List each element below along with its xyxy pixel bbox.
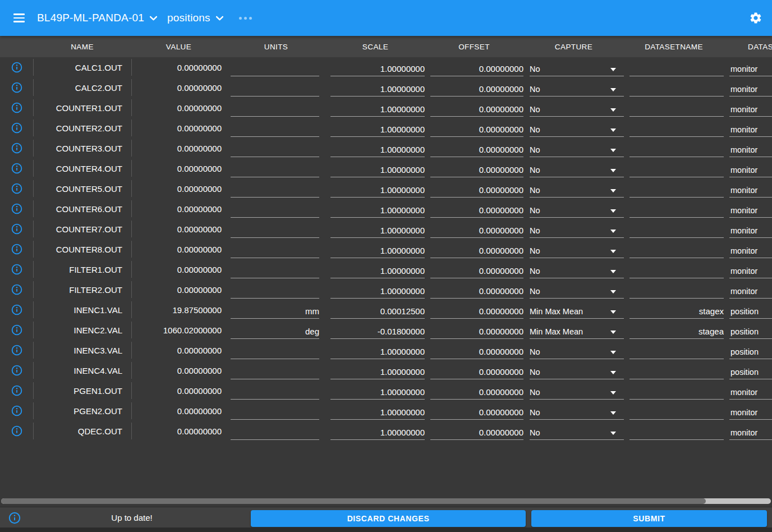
units-input[interactable] — [231, 405, 319, 420]
capture-select[interactable]: No — [530, 82, 624, 97]
scale-input[interactable]: 1.00000000 — [330, 82, 425, 97]
offset-input[interactable]: 0.00000000 — [430, 102, 523, 117]
capture-select[interactable]: No — [530, 244, 624, 258]
scale-input[interactable]: 1.00000000 — [330, 223, 425, 238]
capture-select[interactable]: No — [530, 264, 624, 278]
datasettype-select[interactable]: monitor — [729, 102, 772, 117]
units-input[interactable] — [231, 425, 319, 440]
capture-select[interactable]: Min Max Mean — [530, 324, 624, 339]
datasettype-select[interactable]: monitor — [729, 223, 772, 238]
datasettype-select[interactable]: monitor — [729, 284, 772, 299]
datasetname-input[interactable] — [629, 365, 724, 379]
datasettype-select[interactable]: monitor — [729, 122, 772, 137]
capture-select[interactable]: No — [530, 102, 624, 117]
scale-input[interactable]: 1.00000000 — [330, 143, 425, 157]
datasettype-select[interactable]: monitor — [729, 385, 772, 400]
offset-input[interactable]: 0.00000000 — [430, 345, 523, 359]
ellipsis-icon[interactable] — [239, 17, 252, 20]
datasettype-select[interactable]: monitor — [729, 264, 772, 278]
units-input[interactable] — [231, 163, 319, 177]
datasettype-select[interactable]: position — [729, 365, 772, 379]
info-icon[interactable] — [11, 244, 22, 255]
capture-select[interactable]: No — [530, 405, 624, 420]
units-input[interactable] — [231, 122, 319, 137]
capture-select[interactable]: No — [530, 365, 624, 379]
datasetname-input[interactable] — [629, 203, 724, 218]
datasetname-input[interactable] — [629, 62, 724, 76]
device-selector[interactable]: BL49P-ML-PANDA-01 — [37, 12, 157, 24]
offset-input[interactable]: 0.00000000 — [430, 284, 523, 299]
datasetname-input[interactable] — [629, 425, 724, 440]
units-input[interactable] — [231, 143, 319, 157]
scale-input[interactable]: 1.00000000 — [330, 62, 425, 76]
datasetname-input[interactable] — [629, 244, 724, 258]
capture-select[interactable]: No — [530, 163, 624, 177]
scale-input[interactable]: 1.00000000 — [330, 122, 425, 137]
units-input[interactable] — [231, 264, 319, 278]
units-input[interactable] — [231, 345, 319, 359]
scale-input[interactable]: 1.00000000 — [330, 264, 425, 278]
scale-input[interactable]: 1.00000000 — [330, 183, 425, 198]
datasetname-input[interactable] — [629, 163, 724, 177]
offset-input[interactable]: 0.00000000 — [430, 385, 523, 400]
info-icon[interactable] — [11, 284, 22, 295]
gear-icon[interactable] — [748, 11, 763, 25]
discard-changes-button[interactable]: DISCARD CHANGES — [251, 510, 526, 527]
units-input[interactable] — [231, 62, 319, 76]
offset-input[interactable]: 0.00000000 — [430, 122, 523, 137]
datasettype-select[interactable]: monitor — [729, 82, 772, 97]
scale-input[interactable]: 1.00000000 — [330, 244, 425, 258]
offset-input[interactable]: 0.00000000 — [430, 425, 523, 440]
scale-input[interactable]: 1.00000000 — [330, 284, 425, 299]
info-icon[interactable] — [11, 365, 22, 376]
offset-input[interactable]: 0.00000000 — [430, 62, 523, 76]
units-input[interactable] — [231, 365, 319, 379]
datasetname-input[interactable] — [629, 385, 724, 400]
offset-input[interactable]: 0.00000000 — [430, 365, 523, 379]
datasettype-select[interactable]: monitor — [729, 62, 772, 76]
datasettype-select[interactable]: monitor — [729, 203, 772, 218]
capture-select[interactable]: No — [530, 143, 624, 157]
scale-input[interactable]: 1.00000000 — [330, 163, 425, 177]
info-icon[interactable] — [11, 82, 22, 93]
offset-input[interactable]: 0.00000000 — [430, 143, 523, 157]
info-icon[interactable] — [11, 385, 22, 396]
offset-input[interactable]: 0.00000000 — [430, 244, 523, 258]
datasetname-input[interactable] — [629, 82, 724, 97]
capture-select[interactable]: No — [530, 425, 624, 440]
units-input[interactable]: mm — [231, 304, 319, 319]
datasetname-input[interactable]: stagea — [629, 324, 724, 339]
datasetname-input[interactable] — [629, 284, 724, 299]
info-icon[interactable] — [11, 304, 22, 315]
info-icon[interactable] — [11, 143, 22, 154]
datasettype-select[interactable]: monitor — [729, 183, 772, 198]
units-input[interactable] — [231, 102, 319, 117]
scale-input[interactable]: 0.00012500 — [330, 304, 425, 319]
info-icon[interactable] — [11, 122, 22, 134]
offset-input[interactable]: 0.00000000 — [430, 223, 523, 238]
capture-select[interactable]: No — [530, 62, 624, 76]
offset-input[interactable]: 0.00000000 — [430, 324, 523, 339]
datasetname-input[interactable] — [629, 183, 724, 198]
info-icon[interactable] — [11, 345, 22, 356]
scale-input[interactable]: 1.00000000 — [330, 203, 425, 218]
units-input[interactable] — [231, 244, 319, 258]
capture-select[interactable]: Min Max Mean — [530, 304, 624, 319]
units-input[interactable] — [231, 203, 319, 218]
datasetname-input[interactable] — [629, 122, 724, 137]
capture-select[interactable]: No — [530, 183, 624, 198]
capture-select[interactable]: No — [530, 284, 624, 299]
offset-input[interactable]: 0.00000000 — [430, 264, 523, 278]
info-icon[interactable] — [11, 102, 22, 113]
datasettype-select[interactable]: position — [729, 324, 772, 339]
datasetname-input[interactable] — [629, 143, 724, 157]
info-icon[interactable] — [11, 324, 22, 336]
info-icon[interactable] — [11, 223, 22, 235]
units-input[interactable] — [231, 183, 319, 198]
datasetname-input[interactable] — [629, 102, 724, 117]
datasetname-input[interactable] — [629, 405, 724, 420]
scale-input[interactable]: 1.00000000 — [330, 365, 425, 379]
horizontal-scrollbar-thumb[interactable] — [1, 498, 706, 504]
scale-input[interactable]: 1.00000000 — [330, 385, 425, 400]
offset-input[interactable]: 0.00000000 — [430, 163, 523, 177]
